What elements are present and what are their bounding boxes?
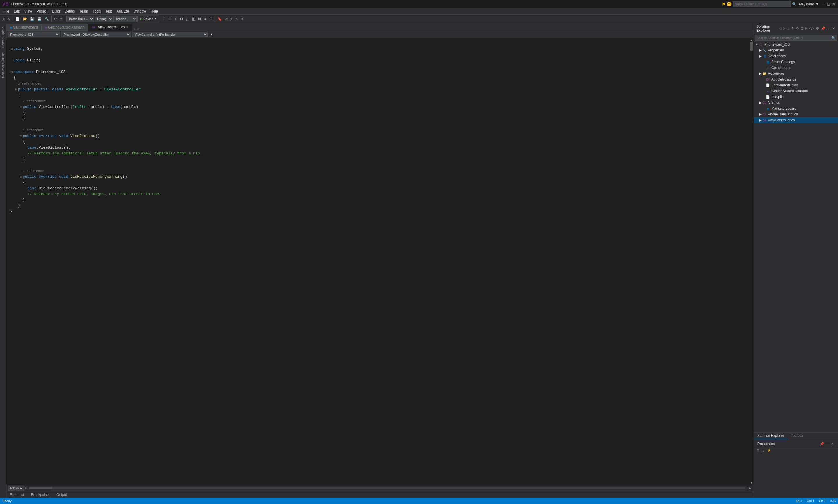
menu-window[interactable]: Window: [131, 8, 148, 15]
tab-scroll-right[interactable]: ▷: [136, 26, 140, 31]
class-selector[interactable]: Phoneword_iOS: [7, 32, 60, 37]
zoom-selector[interactable]: 100 %: [8, 486, 24, 491]
open-btn[interactable]: 📂: [21, 15, 28, 22]
bottom-tab-output[interactable]: Output: [53, 492, 70, 497]
user-dropdown-icon[interactable]: ▼: [816, 2, 819, 6]
bottom-tab-breakpoints[interactable]: Breakpoints: [28, 492, 53, 497]
toolbar-icon-9[interactable]: ⊟: [208, 15, 214, 22]
menu-tools[interactable]: Tools: [90, 8, 103, 15]
props-categorized-btn[interactable]: ⊞: [756, 448, 761, 453]
method-selector[interactable]: Phoneword_iOS.ViewController: [61, 32, 131, 37]
menu-analyze[interactable]: Analyze: [114, 8, 131, 15]
menu-build[interactable]: Build: [50, 8, 62, 15]
props-autopin-btn[interactable]: —: [825, 442, 830, 446]
se-mainstoryboard[interactable]: ■ Main.storyboard: [754, 106, 838, 111]
batch-build-dropdown[interactable]: Batch Build...: [66, 16, 94, 22]
scroll-up-btn[interactable]: ▲: [750, 38, 754, 42]
code-editor[interactable]: ⊟ using System; using UIKit; ⊟ namespace…: [6, 38, 754, 485]
se-phonetranslator[interactable]: ▶ C# PhoneTranslator.cs: [754, 111, 838, 117]
bottom-tab-errors[interactable]: Error List: [6, 492, 28, 497]
member-selector[interactable]: ViewController(IntPtr handle): [132, 32, 208, 37]
se-root[interactable]: ▼ ⬡ Phoneword_iOS: [754, 41, 838, 48]
restore-button[interactable]: □: [826, 2, 831, 6]
undo-btn[interactable]: ↩: [53, 15, 58, 22]
menu-help[interactable]: Help: [148, 8, 160, 15]
tab-solution-explorer[interactable]: Solution Explorer: [754, 433, 787, 439]
menu-view[interactable]: View: [22, 8, 34, 15]
close-button[interactable]: ✕: [832, 2, 836, 6]
save-btn[interactable]: 💾: [29, 15, 36, 22]
redo-btn[interactable]: ↪: [58, 15, 64, 22]
sidebar-server-explorer[interactable]: Server Explorer: [0, 23, 6, 50]
menu-file[interactable]: File: [1, 8, 11, 15]
fold-btn-ctor[interactable]: ⊟: [19, 105, 23, 110]
fold-btn-2[interactable]: ⊟: [10, 47, 13, 52]
se-search-input[interactable]: [756, 36, 831, 39]
se-entitlements[interactable]: 📄 Entitlements.plist: [754, 82, 838, 88]
toolbar-icon-4[interactable]: ⊡: [179, 15, 184, 22]
scrollbar-track[interactable]: [750, 42, 753, 481]
back-btn[interactable]: ◁: [1, 15, 6, 22]
se-btn-code-view[interactable]: </>: [808, 26, 815, 31]
se-btn-back[interactable]: ◁: [778, 26, 782, 31]
se-resources[interactable]: ▶ 📁 Resources: [754, 71, 838, 76]
scrollbar-thumb[interactable]: [750, 42, 753, 51]
menu-project[interactable]: Project: [34, 8, 50, 15]
se-btn-home[interactable]: ⌂: [787, 26, 790, 31]
fold-btn-vdl[interactable]: ⊟: [19, 134, 23, 139]
toolbar-icon-12[interactable]: ▷: [229, 15, 234, 22]
scroll-down-btn[interactable]: ▼: [750, 481, 754, 485]
se-components[interactable]: ⊟ Components: [754, 65, 838, 71]
quick-launch-input[interactable]: [733, 1, 791, 7]
toolbar-icon-10[interactable]: 🔖: [216, 15, 223, 22]
se-btn-copy[interactable]: ⎘: [805, 26, 808, 31]
toolbar-icon-11[interactable]: ◁: [224, 15, 228, 22]
se-btn-pin[interactable]: 📌: [820, 26, 826, 31]
platform-dropdown[interactable]: iPhone: [113, 16, 137, 22]
toolbar-icon-14[interactable]: ⊞: [240, 15, 245, 22]
props-close-btn[interactable]: ✕: [831, 442, 835, 446]
tab-scroll-left[interactable]: ◁: [132, 26, 136, 31]
editor-scrollbar[interactable]: ▲ ▼: [750, 38, 754, 485]
toolbar-icon-2[interactable]: ⊟: [167, 15, 173, 22]
tab-toolbox[interactable]: Toolbox: [787, 433, 806, 439]
play-button[interactable]: ▶ ▶ Device Device ▾: [137, 16, 159, 22]
tab-main-storyboard[interactable]: ■ Main.storyboard: [6, 24, 41, 31]
toolbar-icon-8[interactable]: ◈: [203, 15, 208, 22]
tools-btn[interactable]: 🔧: [43, 15, 50, 22]
tab-close-viewcontroller[interactable]: ✕: [126, 25, 128, 29]
se-btn-forward[interactable]: ▷: [782, 26, 786, 31]
se-btn-properties[interactable]: ⚙: [815, 26, 820, 31]
fold-btn-ns[interactable]: ⊟: [10, 70, 13, 75]
tab-getting-started[interactable]: ● GettingStarted.Xamarin: [41, 24, 88, 31]
se-infoplist[interactable]: 📄 Info.plist: [754, 94, 838, 100]
se-btn-collapse[interactable]: ⊟: [800, 26, 804, 31]
menu-edit[interactable]: Edit: [11, 8, 22, 15]
se-btn-sync[interactable]: ↻: [791, 26, 795, 31]
toolbar-icon-13[interactable]: ▷: [234, 15, 239, 22]
fold-btn-class[interactable]: ⊟: [15, 87, 18, 92]
toolbar-icon-3[interactable]: ⊞: [173, 15, 178, 22]
config-dropdown[interactable]: Debug: [94, 16, 113, 22]
save-all-btn[interactable]: 💾: [36, 15, 43, 22]
se-btn-refresh[interactable]: ⟳: [796, 26, 800, 31]
se-properties[interactable]: ▶ 🔧 Properties: [754, 48, 838, 53]
menu-debug[interactable]: Debug: [62, 8, 77, 15]
se-gettingstarted[interactable]: ● GettingStarted.Xamarin: [754, 88, 838, 94]
code-content[interactable]: ⊟ using System; using UIKit; ⊟ namespace…: [6, 38, 750, 485]
toolbar-icon-5[interactable]: ⬚: [185, 15, 190, 22]
toolbar-icon-6[interactable]: ◫: [191, 15, 196, 22]
minimize-button[interactable]: ─: [821, 2, 825, 6]
toolbar-icon-1[interactable]: ⊞: [161, 15, 167, 22]
menu-team[interactable]: Team: [77, 8, 90, 15]
se-viewcontroller[interactable]: ▶ C# ViewController.cs: [754, 117, 838, 123]
tab-viewcontroller[interactable]: C# ViewController.cs ✕: [88, 23, 132, 31]
hscroll-thumb[interactable]: [29, 487, 52, 489]
se-btn-autopin[interactable]: —: [826, 26, 831, 31]
code-scroll-up[interactable]: ▲: [209, 32, 214, 36]
se-maincs[interactable]: ▶ C# Main.cs: [754, 100, 838, 106]
sidebar-document-outline[interactable]: Document Outline: [0, 50, 6, 80]
hscroll-right[interactable]: ▶: [748, 486, 752, 490]
props-alphabetical-btn[interactable]: ↕: [761, 448, 765, 453]
se-appdelegate[interactable]: C# AppDelegate.cs: [754, 76, 838, 82]
